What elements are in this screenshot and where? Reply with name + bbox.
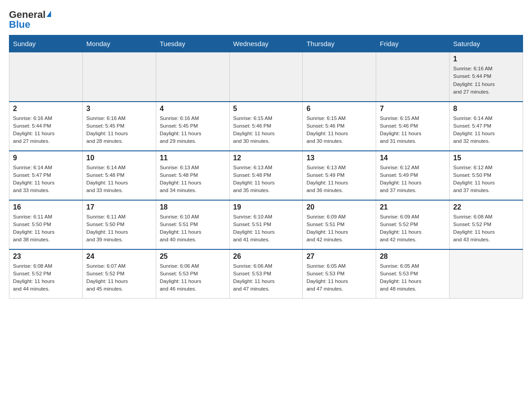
- day-number: 24: [86, 253, 152, 261]
- weekday-header-row: SundayMondayTuesdayWednesdayThursdayFrid…: [9, 35, 523, 52]
- day-info: Sunrise: 6:15 AM Sunset: 5:46 PM Dayligh…: [306, 115, 372, 146]
- day-number: 17: [86, 203, 152, 211]
- day-info: Sunrise: 6:06 AM Sunset: 5:53 PM Dayligh…: [233, 262, 299, 293]
- day-number: 4: [160, 105, 226, 113]
- calendar-cell: [303, 52, 376, 102]
- day-number: 26: [233, 253, 299, 261]
- calendar-cell: 3Sunrise: 6:16 AM Sunset: 5:45 PM Daylig…: [82, 102, 156, 151]
- weekday-header-thursday: Thursday: [303, 35, 376, 52]
- week-row-3: 9Sunrise: 6:14 AM Sunset: 5:47 PM Daylig…: [9, 151, 523, 200]
- day-info: Sunrise: 6:14 AM Sunset: 5:48 PM Dayligh…: [86, 164, 152, 195]
- day-number: 14: [380, 154, 446, 162]
- calendar-cell: 14Sunrise: 6:12 AM Sunset: 5:49 PM Dayli…: [376, 151, 450, 200]
- day-info: Sunrise: 6:11 AM Sunset: 5:50 PM Dayligh…: [86, 213, 152, 244]
- logo: General Blue: [9, 9, 51, 30]
- day-info: Sunrise: 6:16 AM Sunset: 5:45 PM Dayligh…: [86, 115, 152, 146]
- calendar-cell: [156, 52, 229, 102]
- calendar-cell: 20Sunrise: 6:09 AM Sunset: 5:51 PM Dayli…: [303, 200, 376, 249]
- day-number: 19: [233, 203, 299, 211]
- calendar-cell: [9, 52, 83, 102]
- day-info: Sunrise: 6:11 AM Sunset: 5:50 PM Dayligh…: [13, 213, 79, 244]
- day-info: Sunrise: 6:16 AM Sunset: 5:44 PM Dayligh…: [453, 65, 519, 96]
- calendar-cell: 23Sunrise: 6:08 AM Sunset: 5:52 PM Dayli…: [9, 249, 83, 299]
- calendar-cell: [229, 52, 303, 102]
- day-info: Sunrise: 6:16 AM Sunset: 5:45 PM Dayligh…: [160, 115, 226, 146]
- calendar-cell: 28Sunrise: 6:05 AM Sunset: 5:53 PM Dayli…: [376, 249, 450, 299]
- day-info: Sunrise: 6:13 AM Sunset: 5:49 PM Dayligh…: [306, 164, 372, 195]
- week-row-4: 16Sunrise: 6:11 AM Sunset: 5:50 PM Dayli…: [9, 200, 523, 249]
- day-number: 2: [13, 105, 79, 113]
- weekday-header-tuesday: Tuesday: [156, 35, 229, 52]
- calendar-cell: 24Sunrise: 6:07 AM Sunset: 5:52 PM Dayli…: [82, 249, 156, 299]
- day-number: 7: [380, 105, 446, 113]
- calendar-cell: 5Sunrise: 6:15 AM Sunset: 5:46 PM Daylig…: [229, 102, 303, 151]
- calendar-cell: 6Sunrise: 6:15 AM Sunset: 5:46 PM Daylig…: [303, 102, 376, 151]
- day-number: 10: [86, 154, 152, 162]
- day-number: 23: [13, 253, 79, 261]
- weekday-header-friday: Friday: [376, 35, 450, 52]
- day-info: Sunrise: 6:12 AM Sunset: 5:49 PM Dayligh…: [380, 164, 446, 195]
- calendar-cell: 15Sunrise: 6:12 AM Sunset: 5:50 PM Dayli…: [450, 151, 523, 200]
- day-number: 15: [453, 154, 519, 162]
- calendar-cell: 4Sunrise: 6:16 AM Sunset: 5:45 PM Daylig…: [156, 102, 229, 151]
- day-info: Sunrise: 6:09 AM Sunset: 5:51 PM Dayligh…: [306, 213, 372, 244]
- week-row-5: 23Sunrise: 6:08 AM Sunset: 5:52 PM Dayli…: [9, 249, 523, 299]
- day-info: Sunrise: 6:14 AM Sunset: 5:47 PM Dayligh…: [13, 164, 79, 195]
- week-row-1: 1Sunrise: 6:16 AM Sunset: 5:44 PM Daylig…: [9, 52, 523, 102]
- day-info: Sunrise: 6:12 AM Sunset: 5:50 PM Dayligh…: [453, 164, 519, 195]
- day-info: Sunrise: 6:08 AM Sunset: 5:52 PM Dayligh…: [453, 213, 519, 244]
- day-number: 27: [306, 253, 372, 261]
- day-number: 6: [306, 105, 372, 113]
- calendar-cell: 27Sunrise: 6:05 AM Sunset: 5:53 PM Dayli…: [303, 249, 376, 299]
- calendar-cell: [450, 249, 523, 299]
- calendar-cell: 11Sunrise: 6:13 AM Sunset: 5:48 PM Dayli…: [156, 151, 229, 200]
- day-number: 25: [160, 253, 226, 261]
- calendar-table: SundayMondayTuesdayWednesdayThursdayFrid…: [9, 35, 523, 299]
- day-info: Sunrise: 6:05 AM Sunset: 5:53 PM Dayligh…: [380, 262, 446, 293]
- day-number: 9: [13, 154, 79, 162]
- calendar-cell: 25Sunrise: 6:06 AM Sunset: 5:53 PM Dayli…: [156, 249, 229, 299]
- day-info: Sunrise: 6:09 AM Sunset: 5:52 PM Dayligh…: [380, 213, 446, 244]
- day-number: 1: [453, 55, 519, 63]
- day-number: 5: [233, 105, 299, 113]
- logo-arrow-icon: [47, 11, 51, 17]
- calendar-cell: 19Sunrise: 6:10 AM Sunset: 5:51 PM Dayli…: [229, 200, 303, 249]
- day-info: Sunrise: 6:07 AM Sunset: 5:52 PM Dayligh…: [86, 262, 152, 293]
- weekday-header-monday: Monday: [82, 35, 156, 52]
- day-number: 11: [160, 154, 226, 162]
- page-header: General Blue: [9, 9, 523, 30]
- calendar-cell: 2Sunrise: 6:16 AM Sunset: 5:44 PM Daylig…: [9, 102, 83, 151]
- day-number: 18: [160, 203, 226, 211]
- day-info: Sunrise: 6:15 AM Sunset: 5:46 PM Dayligh…: [233, 115, 299, 146]
- day-info: Sunrise: 6:14 AM Sunset: 5:47 PM Dayligh…: [453, 115, 519, 146]
- calendar-cell: 16Sunrise: 6:11 AM Sunset: 5:50 PM Dayli…: [9, 200, 83, 249]
- day-number: 8: [453, 105, 519, 113]
- day-info: Sunrise: 6:06 AM Sunset: 5:53 PM Dayligh…: [160, 262, 226, 293]
- weekday-header-wednesday: Wednesday: [229, 35, 303, 52]
- calendar-cell: 1Sunrise: 6:16 AM Sunset: 5:44 PM Daylig…: [450, 52, 523, 102]
- week-row-2: 2Sunrise: 6:16 AM Sunset: 5:44 PM Daylig…: [9, 102, 523, 151]
- day-info: Sunrise: 6:10 AM Sunset: 5:51 PM Dayligh…: [233, 213, 299, 244]
- weekday-header-sunday: Sunday: [9, 35, 83, 52]
- day-info: Sunrise: 6:16 AM Sunset: 5:44 PM Dayligh…: [13, 115, 79, 146]
- calendar-cell: 17Sunrise: 6:11 AM Sunset: 5:50 PM Dayli…: [82, 200, 156, 249]
- day-number: 3: [86, 105, 152, 113]
- day-number: 21: [380, 203, 446, 211]
- calendar-cell: 26Sunrise: 6:06 AM Sunset: 5:53 PM Dayli…: [229, 249, 303, 299]
- day-number: 20: [306, 203, 372, 211]
- day-info: Sunrise: 6:13 AM Sunset: 5:48 PM Dayligh…: [233, 164, 299, 195]
- day-number: 22: [453, 203, 519, 211]
- calendar-cell: 13Sunrise: 6:13 AM Sunset: 5:49 PM Dayli…: [303, 151, 376, 200]
- day-number: 28: [380, 253, 446, 261]
- calendar-cell: 7Sunrise: 6:15 AM Sunset: 5:46 PM Daylig…: [376, 102, 450, 151]
- calendar-cell: [376, 52, 450, 102]
- day-info: Sunrise: 6:08 AM Sunset: 5:52 PM Dayligh…: [13, 262, 79, 293]
- weekday-header-saturday: Saturday: [450, 35, 523, 52]
- calendar-cell: 9Sunrise: 6:14 AM Sunset: 5:47 PM Daylig…: [9, 151, 83, 200]
- calendar-cell: 8Sunrise: 6:14 AM Sunset: 5:47 PM Daylig…: [450, 102, 523, 151]
- logo-blue: Blue: [9, 19, 30, 30]
- calendar-cell: 21Sunrise: 6:09 AM Sunset: 5:52 PM Dayli…: [376, 200, 450, 249]
- day-number: 13: [306, 154, 372, 162]
- day-number: 16: [13, 203, 79, 211]
- calendar-cell: 10Sunrise: 6:14 AM Sunset: 5:48 PM Dayli…: [82, 151, 156, 200]
